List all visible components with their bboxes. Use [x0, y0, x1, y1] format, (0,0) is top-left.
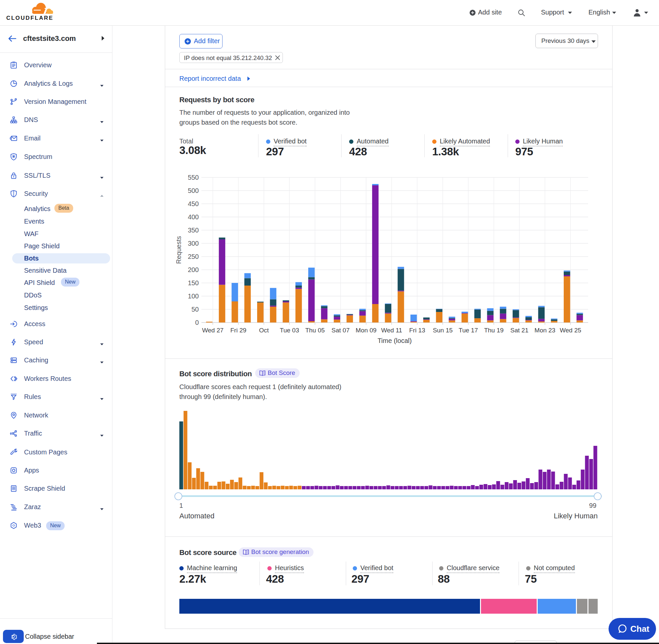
svg-text:Fri 29: Fri 29	[231, 327, 246, 334]
svg-text:0: 0	[195, 319, 199, 326]
svg-text:Time (local): Time (local)	[377, 337, 412, 344]
svg-text:Mon 09: Mon 09	[356, 327, 376, 334]
svg-text:Wed 25: Wed 25	[560, 327, 581, 334]
svg-text:200: 200	[188, 266, 199, 273]
svg-text:550: 550	[188, 174, 199, 181]
svg-text:Tue 03: Tue 03	[280, 327, 299, 334]
svg-text:Wed 11: Wed 11	[381, 327, 402, 334]
svg-text:100: 100	[188, 293, 199, 300]
svg-text:Sun 15: Sun 15	[433, 327, 453, 334]
svg-text:Mon 23: Mon 23	[534, 327, 555, 334]
svg-text:Requests: Requests	[175, 236, 182, 264]
svg-text:500: 500	[188, 187, 199, 194]
svg-text:Thu 05: Thu 05	[305, 327, 325, 334]
svg-text:Sat 07: Sat 07	[332, 327, 350, 334]
svg-text:Fri 13: Fri 13	[409, 327, 425, 334]
svg-text:Thu 19: Thu 19	[484, 327, 503, 334]
svg-text:50: 50	[191, 306, 199, 313]
svg-text:Sat 21: Sat 21	[510, 327, 528, 334]
svg-text:Wed 27: Wed 27	[202, 327, 223, 334]
svg-text:150: 150	[188, 279, 199, 286]
svg-text:300: 300	[188, 240, 199, 247]
svg-text:400: 400	[188, 213, 199, 221]
svg-text:250: 250	[188, 253, 199, 260]
svg-text:450: 450	[188, 200, 199, 207]
svg-text:Oct: Oct	[259, 327, 269, 334]
svg-text:Tue 17: Tue 17	[458, 327, 478, 334]
svg-text:350: 350	[188, 227, 199, 234]
